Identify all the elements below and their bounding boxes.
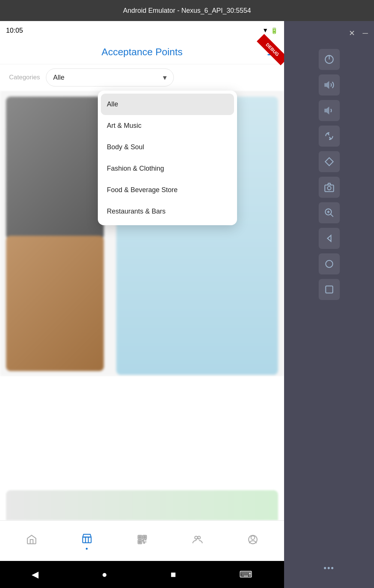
svg-rect-0 [82,537,91,543]
dropdown-selected-value: Alle [53,74,64,82]
home-button[interactable]: ● [102,569,107,580]
volume-down-button[interactable] [319,100,340,121]
profile-icon [247,534,258,548]
nav-item-community[interactable] [186,531,209,551]
nav-item-home[interactable] [20,531,43,551]
right-sidebar: ✕ ─ [284,21,374,588]
zoom-in-button[interactable] [319,202,340,223]
categories-row: Categories Alle ▾ [0,64,284,91]
status-icons: ▼ 🔋 [262,27,278,34]
categories-label: Categories [9,74,40,81]
dropdown-item-restaurants-bars[interactable]: Restaurants & Bars [98,201,237,222]
community-icon [192,534,203,548]
home-control-button[interactable] [319,253,340,274]
svg-point-22 [325,261,333,268]
battery-icon: 🔋 [271,27,278,34]
home-icon [26,534,37,548]
category-dropdown[interactable]: Alle ▾ [46,68,174,86]
store-icon [81,532,93,546]
rotate-button[interactable] [319,126,340,147]
recents-button[interactable]: ■ [170,569,176,580]
bottom-navigation [0,520,284,561]
dropdown-item-alle[interactable]: Alle [101,94,234,115]
android-nav-bar: ◀ ● ■ ⌨ [0,561,284,588]
phone-screen: DEBUG 10:05 ▼ 🔋 Acceptance Points [0,21,284,588]
close-button[interactable]: ✕ [349,29,355,38]
nav-item-profile[interactable] [241,531,265,551]
nav-active-indicator [86,548,88,550]
svg-rect-6 [139,541,141,543]
shape-button-1[interactable] [319,151,340,172]
back-control-button[interactable] [319,228,340,249]
bg-card-1 [6,97,104,239]
svg-marker-14 [325,108,329,114]
emulator-frame: Android Emulator - Nexus_6_API_30:5554 D… [0,0,374,588]
recents-control-button[interactable] [319,279,340,300]
nav-item-qr[interactable] [131,531,154,551]
qr-icon [137,534,148,548]
svg-marker-13 [325,82,329,88]
svg-point-9 [251,536,255,540]
title-bar: Android Emulator - Nexus_6_API_30:5554 [0,0,374,21]
signal-icon: ▼ [262,27,268,34]
volume-up-button[interactable] [319,74,340,95]
chevron-down-icon: ▾ [163,73,167,82]
camera-button[interactable] [319,177,340,198]
app-title: Acceptance Points [102,46,182,58]
bottom-partial-card [6,490,278,520]
nav-item-store[interactable] [75,529,99,553]
dropdown-item-art-music[interactable]: Art & Music [98,115,237,136]
keyboard-button[interactable]: ⌨ [239,569,252,580]
svg-marker-21 [327,235,331,241]
title-bar-text: Android Emulator - Nexus_6_API_30:5554 [123,7,251,15]
app-header: Acceptance Points [0,40,284,64]
status-bar: 10:05 ▼ 🔋 [0,21,284,40]
dropdown-item-fashion-clothing[interactable]: Fashion & Clothing [98,158,237,179]
svg-rect-5 [143,536,145,538]
svg-rect-23 [325,286,333,293]
dropdown-item-food-beverage[interactable]: Food & Beverage Store [98,179,237,201]
minimize-button[interactable]: ─ [363,29,368,38]
power-button[interactable] [319,49,340,70]
svg-rect-4 [139,536,141,538]
status-time: 10:05 [6,27,23,35]
window-controls: ✕ ─ [284,29,374,38]
category-dropdown-menu: Alle Art & Music Body & Soul Fashion & C… [98,91,237,225]
back-button[interactable]: ◀ [32,569,38,580]
svg-point-16 [327,186,331,190]
more-options-button[interactable]: ••• [324,563,334,573]
bg-card-2 [6,236,104,371]
svg-line-18 [330,214,333,217]
dropdown-item-body-soul[interactable]: Body & Soul [98,136,237,158]
